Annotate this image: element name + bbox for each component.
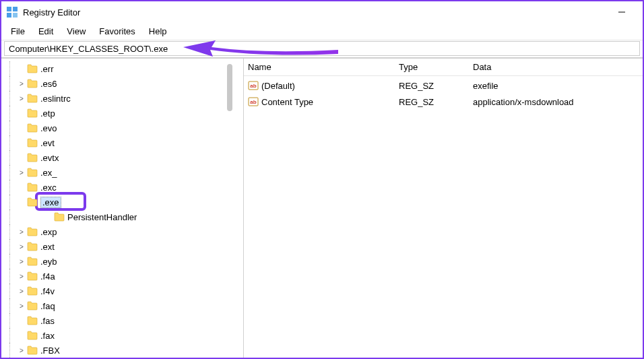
tree-expander-icon[interactable] — [18, 317, 26, 325]
tree-expander-icon[interactable] — [31, 213, 39, 221]
tree-item-label: .evt — [40, 138, 55, 148]
svg-text:ab: ab — [250, 83, 256, 89]
tree-item-label: .fax — [40, 331, 55, 341]
tree-item[interactable]: >.f4a — [1, 269, 243, 284]
minimize-button[interactable] — [606, 1, 637, 23]
menu-file[interactable]: File — [4, 24, 32, 39]
folder-icon — [27, 123, 38, 133]
svg-rect-1 — [13, 7, 18, 11]
column-header-data[interactable]: Data — [469, 59, 643, 76]
folder-icon — [27, 257, 38, 266]
tree-expander-icon[interactable]: > — [18, 272, 26, 280]
tree-expander-icon[interactable]: > — [18, 302, 26, 310]
folder-icon — [27, 316, 38, 325]
tree-item[interactable]: >.faq — [1, 298, 243, 313]
tree-expander-icon[interactable]: > — [18, 257, 26, 265]
folder-icon — [27, 286, 38, 296]
value-data: application/x-msdownload — [469, 97, 643, 107]
tree-item[interactable]: >.ex_ — [1, 165, 243, 180]
reg-string-icon: ab — [248, 96, 259, 107]
tree-expander-icon[interactable]: > — [18, 168, 26, 176]
folder-icon — [27, 168, 38, 177]
tree-item-label: .fas — [40, 316, 55, 326]
tree-expander-icon[interactable] — [18, 139, 26, 147]
tree-expander-icon[interactable]: > — [18, 242, 26, 251]
tree-expander-icon[interactable] — [18, 198, 26, 206]
list-row[interactable]: abContent TypeREG_SZapplication/x-msdown… — [244, 94, 643, 110]
window-controls — [606, 1, 637, 23]
tree-expander-icon[interactable]: > — [18, 79, 26, 88]
tree-item-label: .evo — [40, 123, 57, 133]
tree-item-label: .eslintrc — [40, 94, 71, 104]
folder-icon — [27, 94, 38, 103]
tree-item[interactable]: .etp — [1, 106, 243, 121]
tree-item-label: .ext — [40, 242, 55, 252]
tree-expander-icon[interactable] — [18, 109, 26, 117]
menu-help[interactable]: Help — [142, 24, 174, 39]
list-pane[interactable]: Name Type Data ab(Default)REG_SZexefilea… — [244, 59, 643, 358]
tree-expander-icon[interactable]: > — [18, 94, 26, 102]
menu-edit[interactable]: Edit — [32, 24, 60, 39]
tree-expander-icon[interactable] — [18, 331, 26, 339]
tree-item-label: .f4a — [40, 271, 55, 282]
folder-icon — [27, 271, 38, 281]
tree-item-label: .FBX — [40, 346, 60, 356]
folder-icon — [27, 197, 38, 207]
tree-item-label: .eyb — [40, 257, 57, 267]
tree-expander-icon[interactable]: > — [18, 287, 26, 295]
menubar: File Edit View Favorites Help — [1, 23, 643, 40]
column-header-name[interactable]: Name — [244, 59, 395, 76]
addressbar — [1, 40, 643, 58]
tree-item[interactable]: PersistentHandler — [1, 209, 243, 224]
tree-expander-icon[interactable] — [18, 183, 26, 191]
folder-icon — [27, 242, 38, 251]
menu-view[interactable]: View — [60, 24, 92, 39]
folder-icon — [27, 153, 38, 162]
app-icon — [7, 7, 18, 18]
address-input[interactable] — [4, 41, 640, 56]
list-header: Name Type Data — [244, 59, 643, 76]
tree-expander-icon[interactable]: > — [18, 346, 26, 354]
svg-rect-2 — [7, 13, 11, 18]
tree-scrollbar[interactable] — [227, 64, 232, 111]
folder-icon — [27, 64, 38, 73]
tree-item[interactable]: .evtx — [1, 150, 243, 165]
folder-icon — [27, 108, 38, 118]
tree-item[interactable]: .evt — [1, 135, 243, 150]
tree-item-label: .f4v — [40, 286, 55, 296]
tree-item[interactable]: >.eslintrc — [1, 91, 243, 106]
tree-expander-icon[interactable] — [18, 124, 26, 132]
titlebar: Registry Editor — [1, 1, 643, 23]
svg-text:ab: ab — [250, 99, 256, 105]
menu-favorites[interactable]: Favorites — [92, 24, 141, 39]
column-header-type[interactable]: Type — [395, 59, 469, 76]
folder-icon — [27, 79, 38, 88]
list-row[interactable]: ab(Default)REG_SZexefile — [244, 77, 643, 94]
window-title: Registry Editor — [23, 7, 80, 18]
tree-item[interactable]: >.es6 — [1, 76, 243, 91]
reg-string-icon: ab — [248, 80, 259, 91]
tree-item-label: .ex_ — [40, 168, 57, 178]
tree-item[interactable]: >.exp — [1, 224, 243, 239]
tree-expander-icon[interactable]: > — [18, 228, 26, 236]
tree-item[interactable]: .evo — [1, 121, 243, 135]
tree-item[interactable]: .fas — [1, 313, 243, 328]
tree-item[interactable]: >.ext — [1, 239, 243, 254]
tree-item-label: .exc — [40, 183, 57, 193]
tree-item-label: .es6 — [40, 79, 57, 89]
tree-expander-icon[interactable] — [18, 65, 26, 73]
svg-rect-3 — [13, 13, 18, 18]
tree-item[interactable]: >.FBX — [1, 343, 243, 358]
content-area: .err>.es6>.eslintrc.etp.evo.evt.evtx>.ex… — [1, 58, 643, 358]
folder-icon — [27, 227, 38, 236]
tree-item[interactable]: >.eyb — [1, 254, 243, 269]
value-data: exefile — [469, 81, 643, 91]
tree-pane[interactable]: .err>.es6>.eslintrc.etp.evo.evt.evtx>.ex… — [1, 59, 244, 358]
tree-item[interactable]: .err — [1, 61, 243, 76]
tree-item[interactable]: >.f4v — [1, 284, 243, 298]
folder-icon — [54, 212, 65, 222]
tree-item[interactable]: .exe — [1, 195, 243, 209]
tree-item[interactable]: .fax — [1, 328, 243, 343]
svg-rect-0 — [7, 7, 11, 11]
tree-expander-icon[interactable] — [18, 154, 26, 162]
